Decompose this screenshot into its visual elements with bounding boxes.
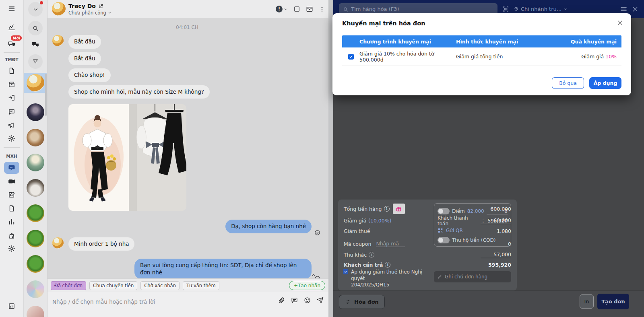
contact-avatar bbox=[52, 2, 66, 16]
read-receipt-icon bbox=[314, 230, 320, 236]
rail-divider bbox=[4, 147, 20, 148]
settings-icon[interactable] bbox=[8, 135, 16, 142]
discount-percent-link[interactable]: (10.00%) bbox=[368, 218, 391, 224]
chats-icon[interactable] bbox=[8, 40, 16, 48]
message-bubble[interactable]: Bắt đầu bbox=[68, 52, 101, 66]
apply-button[interactable]: Áp dụng bbox=[589, 77, 621, 89]
print-button[interactable]: In bbox=[580, 294, 594, 309]
tag-cho-xac-nhan[interactable]: Chờ xác nhận bbox=[140, 281, 180, 290]
tag-da-chot-don[interactable]: Đã chốt đơn bbox=[51, 281, 86, 290]
import-icon[interactable] bbox=[8, 94, 15, 101]
main-menu-icon[interactable] bbox=[8, 5, 16, 13]
conversation-avatar[interactable] bbox=[27, 280, 44, 298]
product-search-input[interactable] bbox=[351, 6, 493, 12]
invoice-type-label: Hóa đơn bbox=[354, 299, 379, 305]
incoming-message: Bắt đầu bbox=[52, 35, 322, 49]
products-box-icon[interactable] bbox=[8, 81, 15, 88]
points-label: Điểm bbox=[452, 208, 465, 214]
message-bubble[interactable]: Chào shop! bbox=[68, 68, 111, 82]
analytics-icon[interactable] bbox=[8, 24, 16, 31]
promotion-modal: Khuyến mại trên hóa đơn Chương trình khu… bbox=[332, 13, 631, 95]
points-input[interactable]: 0 bbox=[487, 208, 508, 214]
search-conversations-icon[interactable] bbox=[28, 21, 43, 35]
conversation-avatar[interactable] bbox=[27, 179, 44, 197]
megaphone-icon[interactable] bbox=[8, 121, 16, 129]
cod-toggle[interactable] bbox=[438, 237, 450, 243]
other-fee-value[interactable]: 57,000 bbox=[481, 251, 511, 258]
product-image-message[interactable] bbox=[68, 104, 186, 211]
status-dropdown[interactable]: ! bbox=[276, 6, 288, 12]
message-bubble[interactable]: Dạ, shop còn hàng bạn nhé bbox=[225, 220, 312, 233]
other-fee-label: Thu khác bbox=[344, 252, 367, 258]
message-bubble[interactable]: Shop cho mình hỏi, mẫu này còn Size M kh… bbox=[68, 85, 210, 99]
shop-bag-icon[interactable] bbox=[8, 232, 15, 239]
message-input[interactable] bbox=[52, 297, 221, 307]
chevron-up-icon[interactable] bbox=[311, 272, 316, 278]
info-icon: i bbox=[369, 252, 374, 257]
conversation-avatar[interactable] bbox=[27, 306, 44, 317]
conversation-avatar[interactable] bbox=[27, 74, 44, 92]
order-note-placeholder: Ghi chú đơn hàng bbox=[445, 274, 487, 280]
tag-tu-van-them[interactable]: Tư vấn thêm bbox=[183, 281, 219, 290]
points-toggle[interactable] bbox=[438, 208, 450, 214]
page-icon[interactable] bbox=[8, 205, 15, 212]
conversation-avatar[interactable] bbox=[27, 129, 44, 146]
quick-reply-icon[interactable] bbox=[291, 297, 298, 304]
send-qr-link[interactable]: Gửi QR bbox=[446, 228, 463, 233]
bar-chart-icon[interactable] bbox=[8, 218, 15, 225]
promotion-checkbox[interactable] bbox=[348, 54, 354, 60]
emoji-icon[interactable] bbox=[304, 297, 311, 304]
tax-resolution-checkbox[interactable] bbox=[343, 269, 348, 274]
chevron-down-icon bbox=[284, 7, 288, 11]
filter-icon[interactable] bbox=[28, 54, 43, 69]
video-icon[interactable] bbox=[8, 178, 16, 185]
coupon-input[interactable] bbox=[376, 241, 405, 247]
attachment-icon[interactable] bbox=[278, 297, 285, 304]
incoming-message: Mình order 1 bộ nha bbox=[52, 237, 322, 251]
send-icon[interactable] bbox=[317, 297, 324, 304]
document-icon[interactable] bbox=[8, 67, 15, 74]
conversation-scrollbar[interactable] bbox=[45, 74, 47, 116]
invoice-type-button[interactable]: Hóa đơn bbox=[339, 295, 385, 309]
collapse-conversations-button[interactable] bbox=[28, 2, 43, 16]
close-pos-icon[interactable] bbox=[632, 0, 638, 18]
compose-icon[interactable] bbox=[8, 191, 15, 198]
tag-chua-chuyen-tien[interactable]: Chưa chuyển tiền bbox=[89, 281, 137, 290]
conversation-avatar[interactable] bbox=[27, 255, 44, 273]
message-input-bar bbox=[47, 292, 328, 317]
skip-button[interactable]: Bỏ qua bbox=[552, 77, 584, 89]
select-checkbox-icon[interactable] bbox=[293, 6, 300, 12]
outgoing-message: Bạn vui lòng cung cấp thông tin: SDT, Đị… bbox=[134, 259, 312, 278]
promotion-gift-icon[interactable] bbox=[393, 204, 405, 214]
info-icon: i bbox=[385, 262, 390, 268]
payment-methods-icon[interactable]: ⋮ bbox=[481, 219, 485, 223]
customer-pay-label: Khách thanh toán bbox=[438, 215, 479, 226]
assignment-label: Chưa phân công bbox=[68, 10, 106, 16]
open-external-icon[interactable] bbox=[98, 4, 103, 9]
message-bubble[interactable]: Bắt đầu bbox=[68, 35, 101, 49]
conversation-avatar[interactable] bbox=[27, 154, 44, 171]
mail-icon[interactable] bbox=[306, 6, 313, 13]
close-modal-icon[interactable] bbox=[617, 20, 623, 26]
conversation-avatar[interactable] bbox=[27, 103, 44, 121]
report-icon[interactable] bbox=[8, 303, 15, 310]
message-bubble[interactable]: Bạn vui lòng cung cấp thông tin: SDT, Đị… bbox=[134, 259, 312, 278]
conversation-avatar[interactable] bbox=[27, 230, 44, 247]
column-gift: Quà khuyến mại bbox=[549, 39, 621, 45]
create-tag-button[interactable]: +Tạo nhãn bbox=[289, 281, 325, 290]
comments-icon[interactable] bbox=[8, 108, 15, 115]
table-header: Chương trình khuyến mại Hình thức khuyến… bbox=[342, 35, 621, 47]
customer-pay-input[interactable]: 595,920 bbox=[487, 218, 508, 224]
more-options-icon[interactable] bbox=[319, 6, 325, 12]
order-note-field[interactable]: Ghi chú đơn hàng bbox=[434, 271, 511, 282]
all-messages-icon[interactable] bbox=[31, 41, 40, 49]
promotion-row[interactable]: Giảm giá 10% cho hóa đơn từ 500.000đ Giả… bbox=[342, 47, 621, 66]
assignment-dropdown[interactable]: Chưa phân công bbox=[68, 10, 112, 16]
conversation-avatar[interactable] bbox=[27, 204, 44, 222]
settings-icon[interactable] bbox=[8, 245, 16, 253]
social-chat-active[interactable] bbox=[4, 162, 19, 174]
message-bubble[interactable]: Mình order 1 bộ nha bbox=[68, 237, 134, 251]
promotion-gift: Giảm giá 10% bbox=[549, 54, 621, 60]
create-order-button[interactable]: Tạo đơn bbox=[597, 294, 629, 309]
promotion-program: Giảm giá 10% cho hóa đơn từ 500.000đ bbox=[359, 51, 456, 63]
